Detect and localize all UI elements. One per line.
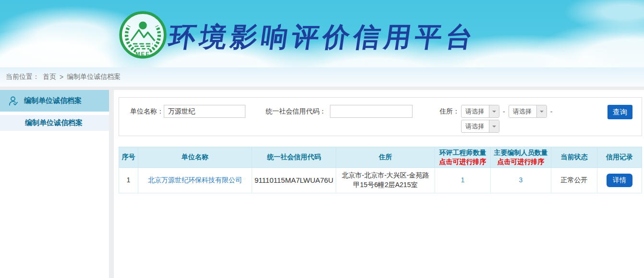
address-label: 住所： — [439, 105, 460, 117]
chevron-down-icon — [536, 105, 547, 117]
query-button[interactable]: 查询 — [608, 105, 632, 119]
province-select[interactable]: 请选择 — [461, 105, 499, 118]
table-header-row: 序号 单位名称 统一社会信用代码 住所 环评工程师数量 点击可进行排序 主要编制… — [119, 147, 642, 168]
district-select[interactable]: 请选择 — [461, 120, 499, 133]
main-area: 编制单位诚信档案 编制单位诚信档案 单位名称： 统一社会信用代码： 住所： 请选… — [0, 90, 644, 278]
col-header-credit-code: 统一社会信用代码 — [252, 147, 336, 168]
content-panel: 单位名称： 统一社会信用代码： 住所： 请选择 - 请选择 - — [114, 90, 644, 278]
col-header-index: 序号 — [119, 147, 138, 168]
detail-button[interactable]: 详情 — [607, 174, 632, 187]
province-select-value: 请选择 — [462, 105, 489, 117]
credit-code-input[interactable] — [330, 105, 413, 118]
sort-hint: 点击可进行排序 — [492, 157, 549, 166]
col-header-engineer-count-sort[interactable]: 环评工程师数量 点击可进行排序 — [435, 147, 491, 168]
cell-address: 北京市-北京市-大兴区-金苑路甲15号6幢2层A215室 — [336, 167, 435, 193]
city-select[interactable]: 请选择 — [509, 105, 547, 118]
col-header-editor-count-sort[interactable]: 主要编制人员数量 点击可进行排序 — [491, 147, 551, 168]
cell-status: 正常公开 — [551, 167, 597, 193]
select-separator: - — [503, 105, 505, 118]
breadcrumb-current: 编制单位诚信档案 — [67, 73, 121, 81]
breadcrumb-separator: > — [60, 73, 63, 81]
address-selects: 请选择 - 请选择 - 请选择 — [461, 105, 552, 133]
chevron-down-icon — [489, 120, 499, 132]
district-select-value: 请选择 — [462, 120, 489, 132]
sort-hint: 点击可进行排序 — [437, 157, 489, 166]
sidebar-item-label: 编制单位诚信档案 — [24, 96, 82, 105]
site-title: 环境影响评价信用平台 — [167, 19, 479, 56]
sidebar-subitem-label: 编制单位诚信档案 — [25, 118, 83, 127]
table-row: 1 北京万源世纪环保科技有限公司 91110115MA7LWUA76U 北京市-… — [119, 167, 642, 193]
mee-logo-icon: MEE — [118, 10, 168, 60]
search-form: 单位名称： 统一社会信用代码： 住所： 请选择 - 请选择 - — [119, 97, 642, 136]
site-banner: MEE 环境影响评价信用平台 — [0, 0, 644, 67]
sidebar: 编制单位诚信档案 编制单位诚信档案 — [0, 90, 109, 278]
sidebar-subitem-unit-credit-archive[interactable]: 编制单位诚信档案 — [0, 115, 109, 131]
sidebar-item-unit-credit-archive[interactable]: 编制单位诚信档案 — [0, 90, 109, 112]
col-header-credit-record: 信用记录 — [597, 147, 642, 168]
cell-index: 1 — [119, 167, 138, 193]
unit-name-input[interactable] — [164, 105, 245, 118]
cell-credit-code: 91110115MA7LWUA76U — [252, 167, 336, 193]
breadcrumb-prefix: 当前位置： — [6, 73, 39, 81]
chevron-down-icon — [489, 105, 499, 117]
editor-count-link[interactable]: 3 — [519, 176, 523, 184]
unit-name-link[interactable]: 北京万源世纪环保科技有限公司 — [148, 176, 242, 184]
col-header-editor-count-label: 主要编制人员数量 — [494, 149, 548, 156]
logo-mee-text: MEE — [135, 51, 150, 57]
city-select-value: 请选择 — [509, 105, 536, 117]
col-header-engineer-count-label: 环评工程师数量 — [439, 149, 486, 156]
breadcrumb: 当前位置： 首页 > 编制单位诚信档案 — [0, 67, 644, 87]
col-header-address: 住所 — [336, 147, 435, 168]
col-header-unit-name: 单位名称 — [138, 147, 252, 168]
credit-code-label: 统一社会信用代码： — [266, 105, 326, 117]
col-header-status: 当前状态 — [551, 147, 597, 168]
engineer-count-link[interactable]: 1 — [461, 176, 465, 184]
select-separator: - — [550, 105, 553, 118]
breadcrumb-home-link[interactable]: 首页 — [43, 73, 56, 81]
unit-name-label: 单位名称： — [130, 105, 164, 117]
results-table: 序号 单位名称 统一社会信用代码 住所 环评工程师数量 点击可进行排序 主要编制… — [119, 147, 642, 193]
person-check-icon — [8, 95, 19, 107]
